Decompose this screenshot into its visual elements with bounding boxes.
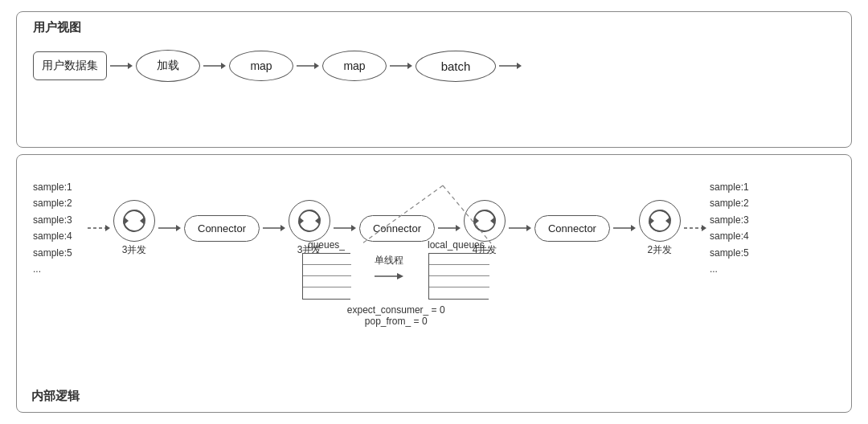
arrow-b-1 [158,222,181,234]
internal-logic-label: 内部逻辑 [31,389,80,404]
map2-node: map [322,51,387,81]
queue-cell-4 [303,287,351,299]
single-thread-text: 单线程 [375,254,403,267]
sample-right-dots: ... [710,261,761,277]
top-section: 用户视图 用户数据集 加载 map map [16,11,852,148]
single-thread-arrow [375,270,403,286]
svg-marker-15 [176,225,181,231]
connector-col-1: Connector [184,215,260,242]
main-wrapper: 用户视图 用户数据集 加载 map map [16,11,852,413]
sample-right-1: sample:1 [710,179,761,195]
sample-left-4: sample:4 [33,228,84,244]
local-queue-cell-4 [429,287,489,299]
svg-marker-3 [221,63,226,69]
local-queues-box [428,253,489,300]
svg-marker-29 [631,225,636,231]
sample-left-1: sample:1 [33,179,84,195]
user-view-label: 用户视图 [33,20,835,35]
sample-left-2: sample:2 [33,195,84,211]
arrow-b-2 [263,222,285,234]
sample-left-3: sample:3 [33,212,84,228]
arrow-b-6 [613,222,636,234]
batch-node: batch [416,51,496,82]
load-node: 加载 [136,50,200,82]
queue-cell-3 [303,276,351,287]
connector-col-3: Connector [534,215,610,242]
svg-marker-23 [456,225,461,231]
queues-label: queues_ [308,239,345,251]
sample-right-3: sample:3 [710,212,761,228]
sample-left-5: sample:5 [33,245,84,261]
circular-col-1: 3并发 [113,200,155,257]
queues-group: queues_ [302,239,350,300]
local-queue-cell-1 [429,254,489,265]
arrow-2 [203,59,226,72]
arrow-b-4 [438,222,461,234]
arrow-3 [297,59,319,72]
svg-marker-17 [280,225,285,231]
svg-marker-33 [702,225,706,231]
map1-node: map [229,51,293,81]
svg-marker-7 [407,63,412,69]
queue-info-2: pop_from_ = 0 [365,316,428,327]
circular-node-3 [464,200,506,242]
connector-node-3: Connector [534,215,610,242]
arrow-b-3 [334,222,356,234]
queue-cell-2 [303,265,351,276]
svg-marker-13 [140,217,145,225]
sample-right-2: sample:2 [710,195,761,211]
single-thread-label-col: 单线程 [375,239,403,286]
circular-node-4 [639,200,681,242]
sample-right-4: sample:4 [710,228,761,244]
svg-marker-31 [665,217,670,225]
dashed-arrow-1 [88,222,110,234]
svg-marker-11 [105,225,110,231]
concurrency-label-4: 2并发 [648,243,673,257]
circular-node-1 [113,200,155,242]
local-queue-cell-3 [429,276,489,287]
bottom-section: sample:1 sample:2 sample:3 sample:4 samp… [16,154,852,413]
queues-box [302,253,350,300]
circular-col-4: 2并发 [639,200,681,257]
queue-info-1: expect_consumer_ = 0 [347,304,445,316]
queue-diagram: queues_ 单线程 local_queues_ [302,239,489,327]
user-flow-row: 用户数据集 加载 map map batch [33,50,835,82]
svg-marker-25 [490,217,495,225]
svg-marker-35 [397,273,403,279]
queue-cell-1 [303,254,351,265]
svg-marker-19 [315,217,320,225]
local-queue-cell-2 [429,265,489,276]
local-queues-label: local_queues_ [428,239,489,251]
svg-marker-21 [351,225,356,231]
svg-marker-27 [526,225,531,231]
user-dataset-node: 用户数据集 [33,51,107,80]
sample-left-dots: ... [33,261,84,277]
samples-left: sample:1 sample:2 sample:3 sample:4 samp… [33,179,84,277]
arrow-4 [390,59,412,72]
svg-marker-5 [314,63,319,69]
connector-node-1: Connector [184,215,260,242]
connector-col-2: Connector [359,215,435,242]
concurrency-label-1: 3并发 [122,243,147,257]
arrow-b-5 [509,222,531,234]
circular-node-2 [289,200,330,242]
dashed-arrow-2 [684,222,706,234]
svg-marker-1 [128,63,133,69]
samples-right: sample:1 sample:2 sample:3 sample:4 samp… [710,179,761,277]
connector-node-2: Connector [359,215,435,242]
arrow-5 [499,59,522,72]
sample-right-5: sample:5 [710,245,761,261]
arrow-1 [110,59,133,72]
local-queues-group: local_queues_ [428,239,489,300]
svg-marker-9 [517,63,522,69]
